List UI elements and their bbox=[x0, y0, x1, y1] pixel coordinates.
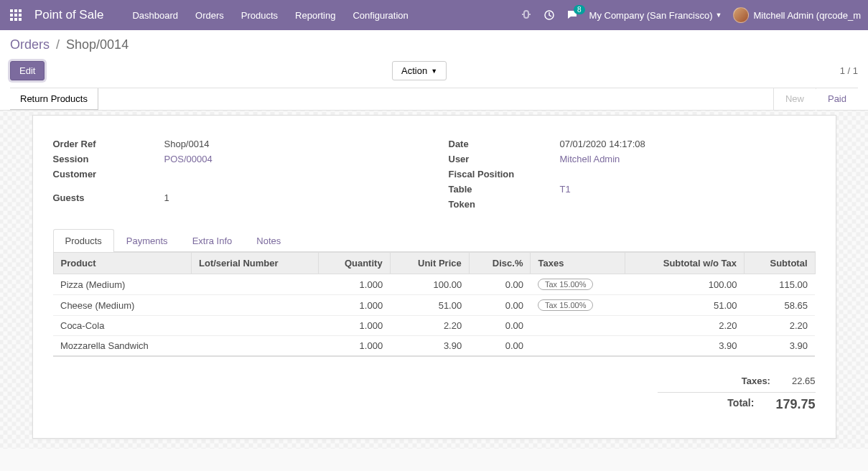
cell-subtotal: 115.00 bbox=[745, 274, 815, 295]
cell-lot bbox=[192, 295, 319, 316]
cell-sub-no-tax: 2.20 bbox=[625, 316, 744, 336]
pager[interactable]: 1 / 1 bbox=[840, 65, 858, 76]
th-taxes[interactable]: Taxes bbox=[531, 253, 625, 274]
svg-rect-5 bbox=[19, 14, 22, 17]
nav-dashboard[interactable]: Dashboard bbox=[132, 10, 178, 21]
tax-pill: Tax 15.00% bbox=[538, 279, 593, 290]
total-value: 179.75 bbox=[775, 397, 815, 412]
app-title[interactable]: Point of Sale bbox=[34, 8, 103, 22]
svg-rect-0 bbox=[10, 9, 13, 12]
cell-disc: 0.00 bbox=[469, 316, 531, 336]
cell-qty: 1.000 bbox=[319, 316, 390, 336]
apps-menu-icon[interactable] bbox=[7, 6, 24, 24]
chevron-down-icon: ▼ bbox=[716, 11, 722, 19]
breadcrumb-sep: / bbox=[56, 37, 60, 52]
form-col-left: Order RefShop/0014 SessionPOS/00004 Cust… bbox=[53, 139, 420, 214]
cell-disc: 0.00 bbox=[469, 336, 531, 357]
form-sheet: Order RefShop/0014 SessionPOS/00004 Cust… bbox=[32, 115, 836, 439]
action-dropdown[interactable]: Action ▼ bbox=[392, 61, 447, 80]
nav-right: 8 My Company (San Francisco) ▼ Mitchell … bbox=[521, 7, 861, 23]
clock-icon[interactable] bbox=[543, 9, 555, 21]
messages-icon[interactable]: 8 bbox=[566, 9, 578, 21]
value-user[interactable]: Mitchell Admin bbox=[560, 154, 620, 164]
label-customer: Customer bbox=[53, 169, 164, 179]
breadcrumb: Orders / Shop/0014 bbox=[10, 37, 858, 52]
breadcrumb-parent[interactable]: Orders bbox=[10, 37, 50, 52]
cell-unit-price: 2.20 bbox=[390, 316, 469, 336]
navbar: Point of Sale Dashboard Orders Products … bbox=[0, 0, 868, 30]
cell-sub-no-tax: 51.00 bbox=[625, 295, 744, 316]
th-product[interactable]: Product bbox=[53, 253, 192, 274]
status-steps: New Paid bbox=[773, 88, 858, 110]
cell-disc: 0.00 bbox=[469, 295, 531, 316]
th-unit-price[interactable]: Unit Price bbox=[390, 253, 469, 274]
cell-product: Pizza (Medium) bbox=[53, 274, 192, 295]
value-guests: 1 bbox=[164, 192, 169, 203]
tax-pill: Tax 15.00% bbox=[538, 299, 593, 311]
cell-product: Coca-Cola bbox=[53, 316, 192, 336]
svg-rect-1 bbox=[14, 9, 17, 12]
edit-button[interactable]: Edit bbox=[10, 61, 45, 80]
value-date: 07/01/2020 14:17:08 bbox=[560, 139, 645, 149]
taxes-value: 22.65 bbox=[792, 376, 816, 386]
return-products-button[interactable]: Return Products bbox=[10, 88, 98, 110]
svg-rect-8 bbox=[19, 18, 22, 21]
label-session: Session bbox=[53, 154, 164, 164]
tab-extra-info[interactable]: Extra Info bbox=[180, 229, 245, 252]
cell-sub-no-tax: 3.90 bbox=[625, 336, 744, 357]
cell-lot bbox=[192, 316, 319, 336]
th-disc[interactable]: Disc.% bbox=[469, 253, 531, 274]
taxes-label: Taxes: bbox=[658, 376, 770, 386]
tabs: Products Payments Extra Info Notes bbox=[53, 228, 816, 252]
tab-notes[interactable]: Notes bbox=[244, 229, 293, 252]
cell-subtotal: 58.65 bbox=[745, 295, 815, 316]
status-new[interactable]: New bbox=[773, 88, 816, 110]
label-guests: Guests bbox=[53, 192, 164, 203]
cell-lot bbox=[192, 274, 319, 295]
table-row[interactable]: Pizza (Medium) 1.000 100.00 0.00 Tax 15.… bbox=[53, 274, 815, 295]
value-session[interactable]: POS/00004 bbox=[164, 154, 213, 164]
th-lot[interactable]: Lot/serial Number bbox=[192, 253, 319, 274]
avatar bbox=[733, 7, 749, 23]
action-bar: Edit Action ▼ 1 / 1 bbox=[10, 61, 858, 80]
company-selector[interactable]: My Company (San Francisco) ▼ bbox=[589, 10, 722, 21]
label-token: Token bbox=[449, 199, 560, 210]
th-subtotal[interactable]: Subtotal bbox=[745, 253, 815, 274]
cell-taxes bbox=[531, 336, 625, 357]
form-grid: Order RefShop/0014 SessionPOS/00004 Cust… bbox=[53, 139, 816, 214]
label-date: Date bbox=[449, 139, 560, 149]
th-sub-no-tax[interactable]: Subtotal w/o Tax bbox=[625, 253, 744, 274]
total-label: Total: bbox=[658, 397, 755, 412]
value-table[interactable]: T1 bbox=[560, 184, 571, 195]
nav-configuration[interactable]: Configuration bbox=[353, 10, 408, 21]
totals: Taxes:22.65 Total:179.75 bbox=[53, 373, 816, 415]
label-order-ref: Order Ref bbox=[53, 139, 164, 149]
tab-products[interactable]: Products bbox=[53, 229, 114, 252]
cell-qty: 1.000 bbox=[319, 295, 390, 316]
breadcrumb-current: Shop/0014 bbox=[66, 37, 129, 52]
tab-payments[interactable]: Payments bbox=[114, 229, 180, 252]
sheet-wrap: Order RefShop/0014 SessionPOS/00004 Cust… bbox=[0, 111, 868, 449]
table-row[interactable]: Coca-Cola 1.000 2.20 0.00 2.20 2.20 bbox=[53, 316, 815, 336]
bug-icon[interactable] bbox=[521, 9, 532, 21]
user-menu[interactable]: Mitchell Admin (qrcode_m bbox=[733, 7, 861, 23]
nav-orders[interactable]: Orders bbox=[195, 10, 224, 21]
cell-taxes: Tax 15.00% bbox=[531, 295, 625, 316]
svg-rect-4 bbox=[14, 14, 17, 17]
status-bar: Return Products New Paid bbox=[10, 88, 858, 110]
messages-badge: 8 bbox=[574, 5, 585, 14]
nav-reporting[interactable]: Reporting bbox=[295, 10, 335, 21]
action-label: Action bbox=[401, 65, 427, 76]
company-label: My Company (San Francisco) bbox=[589, 10, 713, 21]
cell-unit-price: 100.00 bbox=[390, 274, 469, 295]
nav-products[interactable]: Products bbox=[241, 10, 278, 21]
cell-product: Cheese (Medium) bbox=[53, 295, 192, 316]
th-qty[interactable]: Quantity bbox=[319, 253, 390, 274]
table-row[interactable]: Mozzarella Sandwich 1.000 3.90 0.00 3.90… bbox=[53, 336, 815, 357]
cell-taxes bbox=[531, 316, 625, 336]
cell-subtotal: 2.20 bbox=[745, 316, 815, 336]
svg-rect-3 bbox=[10, 14, 13, 17]
table-row[interactable]: Cheese (Medium) 1.000 51.00 0.00 Tax 15.… bbox=[53, 295, 815, 316]
svg-rect-7 bbox=[14, 18, 17, 21]
label-table: Table bbox=[449, 184, 560, 195]
